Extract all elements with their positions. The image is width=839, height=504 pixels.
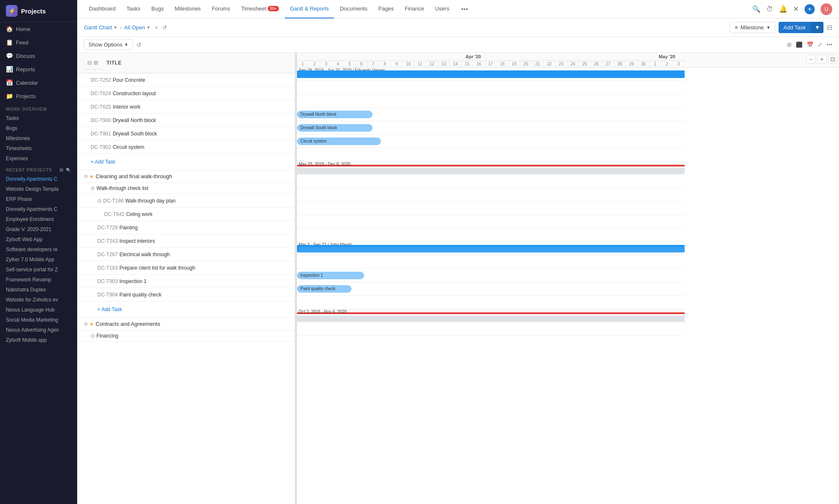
main-gantt-bar-2[interactable] bbox=[297, 245, 685, 252]
search-icon[interactable]: 🔍 bbox=[66, 168, 71, 172]
recent-project-item[interactable]: Self-service portal for Z bbox=[0, 265, 77, 275]
task-name: Painting bbox=[120, 225, 138, 231]
nav-tab-timesheet[interactable]: Timesheet99+ bbox=[236, 0, 284, 18]
recent-project-item[interactable]: Donnelly Apartments C bbox=[0, 204, 77, 214]
recent-project-item[interactable]: Website for Zoholics ev bbox=[0, 295, 77, 305]
group-star-icon: ★ bbox=[89, 174, 94, 179]
subgroup-collapse-icon[interactable]: ⊙ bbox=[91, 333, 95, 339]
recent-project-item[interactable]: ERP Phase bbox=[0, 194, 77, 204]
recent-project-item[interactable]: Website Design Templa bbox=[0, 184, 77, 194]
filter-icon[interactable]: ⊟ bbox=[60, 168, 63, 172]
search-icon[interactable]: 🔍 bbox=[752, 5, 761, 13]
gantt-header: − + ⊡ Apr '20123456789101112131415161718… bbox=[297, 53, 839, 68]
fit-button[interactable]: ⊡ bbox=[828, 55, 837, 64]
recent-project-item[interactable]: Grade V: 2020-2021 bbox=[0, 224, 77, 234]
calendar-view-icon[interactable]: 📅 bbox=[807, 42, 813, 48]
recent-project-item[interactable]: Nexus Language Hub bbox=[0, 305, 77, 315]
day-cell: 3 bbox=[673, 61, 685, 67]
close-icon[interactable]: ✕ bbox=[793, 5, 799, 13]
add-task-link[interactable]: + Add Task bbox=[91, 156, 115, 167]
add-task-row[interactable]: + Add Task bbox=[77, 301, 295, 318]
more-options-icon[interactable]: ••• bbox=[458, 5, 472, 13]
sidebar-item-home[interactable]: 🏠Home bbox=[0, 22, 77, 36]
expand-icon[interactable]: ⊙ bbox=[97, 198, 102, 204]
all-open-filter[interactable]: All Open ▼ bbox=[124, 24, 151, 31]
gantt-chart-breadcrumb[interactable]: Gantt Chart ▼ bbox=[84, 24, 117, 31]
recent-project-item[interactable]: Zylsoft Mobile app bbox=[0, 335, 77, 345]
recent-project-item[interactable]: Employee Enrollment bbox=[0, 214, 77, 224]
nav-tab-forums[interactable]: Forums bbox=[207, 0, 235, 18]
gantt-chart-panel[interactable]: − + ⊡ Apr '20123456789101112131415161718… bbox=[297, 53, 839, 504]
gantt-bar[interactable]: Drywall North block bbox=[297, 111, 373, 118]
milestone-button[interactable]: ≡ Milestone ▼ bbox=[730, 22, 775, 33]
gantt-bar[interactable]: Drywall South block bbox=[297, 124, 373, 132]
gantt-row: Sep 29, 2019 - Jun 24, 2020 | Eduardo Va… bbox=[297, 68, 685, 81]
sidebar-item-calendar[interactable]: 📅Calendar bbox=[0, 76, 77, 89]
nav-tab-tasks[interactable]: Tasks bbox=[122, 0, 146, 18]
gantt-row bbox=[297, 81, 685, 94]
nav-tab-milestones[interactable]: Milestones bbox=[169, 0, 206, 18]
group-row[interactable]: ⊙★Contracts and Agreements bbox=[77, 318, 295, 330]
pdf-icon[interactable]: ⬛ bbox=[796, 42, 803, 48]
zoom-out-button[interactable]: − bbox=[806, 55, 816, 64]
nav-tab-users[interactable]: Users bbox=[430, 0, 454, 18]
sidebar-item-projects[interactable]: 📁Projects bbox=[0, 89, 77, 103]
group-row[interactable]: ⊙★Cleaning and final walk-through bbox=[77, 170, 295, 183]
work-item-milestones[interactable]: Milestones bbox=[0, 133, 77, 143]
recent-project-item[interactable]: Software developers re bbox=[0, 244, 77, 255]
nav-tab-dashboard[interactable]: Dashboard bbox=[84, 0, 121, 18]
add-task-row[interactable]: + Add Task bbox=[77, 154, 295, 170]
sidebar-item-feed[interactable]: 📋Feed bbox=[0, 36, 77, 49]
nav-tab-pages[interactable]: Pages bbox=[373, 0, 399, 18]
recent-project-item[interactable]: Zylsoft Web App bbox=[0, 234, 77, 244]
task-id: DC-T243 bbox=[97, 238, 118, 244]
recent-project-item[interactable]: Nakshatra Duplex bbox=[0, 285, 77, 295]
sidebar-item-discuss[interactable]: 💬Discuss bbox=[0, 49, 77, 62]
task-name: Drywall North block bbox=[113, 117, 156, 123]
gantt-bar[interactable]: Circuit system bbox=[297, 138, 381, 145]
show-options-button[interactable]: Show Options ▼ bbox=[84, 39, 133, 50]
nav-tab-finance[interactable]: Finance bbox=[400, 0, 429, 18]
more-options-icon[interactable]: ••• bbox=[826, 42, 832, 48]
fullscreen-icon[interactable]: ⤢ bbox=[818, 42, 822, 48]
nav-tab-bugs[interactable]: Bugs bbox=[146, 0, 169, 18]
zoom-in-button[interactable]: + bbox=[817, 55, 826, 64]
refresh-icon[interactable]: ↺ bbox=[162, 24, 167, 31]
expand-icon[interactable]: ⊞ bbox=[94, 60, 98, 66]
reset-icon[interactable]: ↺ bbox=[136, 42, 141, 48]
gantt-bar[interactable]: Paint quality check bbox=[297, 285, 352, 293]
add-icon[interactable]: + bbox=[805, 4, 815, 14]
user-avatar[interactable]: U bbox=[821, 3, 832, 15]
work-item-expenses[interactable]: Expenses bbox=[0, 153, 77, 164]
recent-project-item[interactable]: Zylker 7.0 Mobile App bbox=[0, 255, 77, 265]
nav-tab-documents[interactable]: Documents bbox=[335, 0, 373, 18]
gantt-bar[interactable]: Inspection 1 bbox=[297, 272, 364, 279]
subgroup-collapse-icon[interactable]: ⊙ bbox=[91, 185, 95, 191]
sidebar-item-reports[interactable]: 📊Reports bbox=[0, 62, 77, 76]
collapse-icon[interactable]: ⊟ bbox=[87, 60, 92, 66]
recent-project-item[interactable]: Social Media Marketing bbox=[0, 315, 77, 325]
star-icon[interactable]: ★ bbox=[154, 24, 159, 31]
grid-view-icon[interactable]: ⊞ bbox=[787, 42, 792, 48]
group-collapse-icon[interactable]: ⊙ bbox=[84, 174, 88, 179]
add-task-link[interactable]: + Add Task bbox=[97, 304, 122, 315]
span-bar bbox=[297, 312, 685, 314]
recent-project-item[interactable]: Nexus Advertising Agen bbox=[0, 325, 77, 335]
task-name: Inspect interiors bbox=[120, 238, 155, 244]
notifications-icon[interactable]: 🔔 bbox=[779, 5, 787, 13]
add-task-dropdown-button[interactable]: ▼ bbox=[811, 22, 823, 33]
recent-project-item[interactable]: Framework Revamp bbox=[0, 275, 77, 285]
day-cell: 10 bbox=[403, 61, 414, 67]
work-item-tasks[interactable]: Tasks bbox=[0, 113, 77, 123]
add-task-button[interactable]: Add Task bbox=[779, 22, 811, 33]
work-item-bugs[interactable]: Bugs bbox=[0, 123, 77, 133]
main-gantt-bar[interactable] bbox=[297, 70, 685, 78]
work-item-timesheets[interactable]: Timesheets bbox=[0, 143, 77, 153]
timer-icon[interactable]: ⏱ bbox=[766, 5, 773, 13]
subgroup-name: Financing bbox=[96, 333, 118, 339]
day-cell: 27 bbox=[602, 61, 614, 67]
gantt-filter-icon[interactable]: ⊟ bbox=[827, 23, 832, 31]
nav-tab-gantt[interactable]: Gantt & Reports bbox=[285, 0, 334, 18]
group-collapse-icon[interactable]: ⊙ bbox=[84, 321, 88, 327]
recent-project-item[interactable]: Donnelly Apartments C bbox=[0, 174, 77, 184]
